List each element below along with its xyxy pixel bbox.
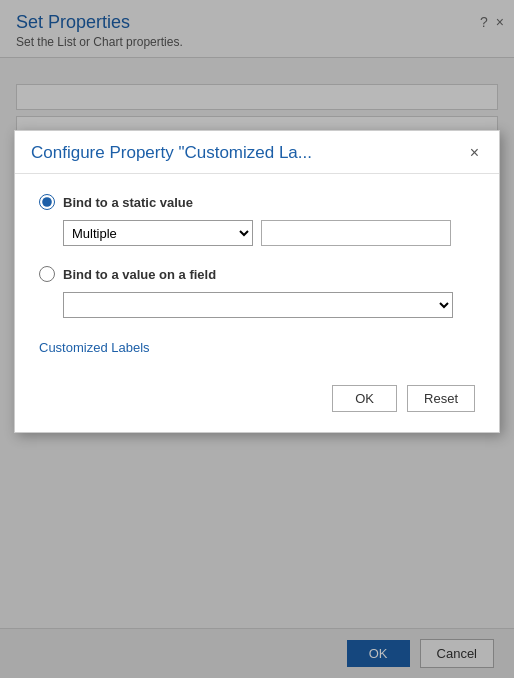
modal-close-button[interactable]: × bbox=[466, 145, 483, 161]
field-value-label: Bind to a value on a field bbox=[63, 267, 216, 282]
static-controls-row: Multiple bbox=[63, 220, 475, 246]
modal-body: Bind to a static value Multiple Bind to … bbox=[15, 174, 499, 365]
modal-footer: OK Reset bbox=[15, 365, 499, 412]
field-value-row: Bind to a value on a field bbox=[39, 266, 475, 282]
static-value-radio[interactable] bbox=[39, 194, 55, 210]
field-value-select[interactable] bbox=[63, 292, 453, 318]
field-value-radio[interactable] bbox=[39, 266, 55, 282]
configure-property-modal: Configure Property "Customized La... × B… bbox=[14, 130, 500, 433]
static-value-select[interactable]: Multiple bbox=[63, 220, 253, 246]
customized-labels-link[interactable]: Customized Labels bbox=[39, 340, 475, 355]
static-value-label: Bind to a static value bbox=[63, 195, 193, 210]
static-value-text-input[interactable] bbox=[261, 220, 451, 246]
field-select-row bbox=[63, 292, 475, 318]
modal-header: Configure Property "Customized La... × bbox=[15, 131, 499, 174]
modal-reset-button[interactable]: Reset bbox=[407, 385, 475, 412]
modal-ok-button[interactable]: OK bbox=[332, 385, 397, 412]
static-value-row: Bind to a static value bbox=[39, 194, 475, 210]
modal-title: Configure Property "Customized La... bbox=[31, 143, 312, 163]
